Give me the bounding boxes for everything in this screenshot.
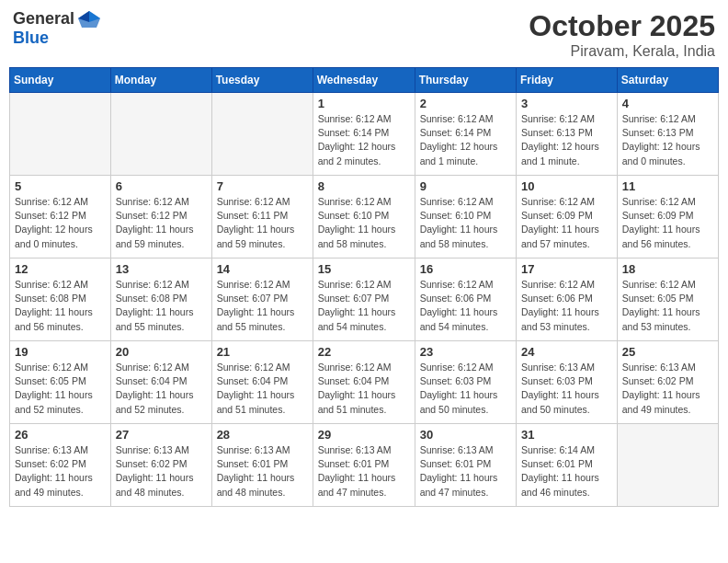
calendar-table: SundayMondayTuesdayWednesdayThursdayFrid… [9, 67, 719, 507]
calendar-cell: 9Sunrise: 6:12 AMSunset: 6:10 PMDaylight… [415, 176, 516, 259]
calendar-week-row: 19Sunrise: 6:12 AMSunset: 6:05 PMDayligh… [10, 341, 719, 424]
day-number: 22 [318, 345, 410, 359]
location-title: Piravam, Kerala, India [529, 43, 715, 60]
calendar-cell: 6Sunrise: 6:12 AMSunset: 6:12 PMDaylight… [110, 176, 211, 259]
calendar-cell [10, 93, 111, 176]
calendar-cell [617, 424, 718, 507]
day-info: Sunrise: 6:12 AMSunset: 6:13 PMDaylight:… [521, 112, 612, 168]
calendar-week-row: 1Sunrise: 6:12 AMSunset: 6:14 PMDaylight… [10, 93, 719, 176]
day-info: Sunrise: 6:12 AMSunset: 6:12 PMDaylight:… [15, 195, 106, 251]
calendar-cell: 20Sunrise: 6:12 AMSunset: 6:04 PMDayligh… [110, 341, 211, 424]
day-number: 30 [420, 428, 511, 442]
day-info: Sunrise: 6:12 AMSunset: 6:06 PMDaylight:… [521, 278, 612, 334]
day-number: 12 [15, 262, 106, 276]
calendar-cell: 11Sunrise: 6:12 AMSunset: 6:09 PMDayligh… [617, 176, 718, 259]
day-info: Sunrise: 6:12 AMSunset: 6:08 PMDaylight:… [15, 278, 106, 334]
day-info: Sunrise: 6:12 AMSunset: 6:13 PMDaylight:… [622, 112, 713, 168]
day-number: 7 [217, 179, 308, 193]
day-number: 17 [521, 262, 612, 276]
day-info: Sunrise: 6:12 AMSunset: 6:03 PMDaylight:… [420, 361, 511, 417]
calendar-cell: 30Sunrise: 6:13 AMSunset: 6:01 PMDayligh… [415, 424, 516, 507]
calendar-cell: 19Sunrise: 6:12 AMSunset: 6:05 PMDayligh… [10, 341, 111, 424]
calendar-cell: 18Sunrise: 6:12 AMSunset: 6:05 PMDayligh… [617, 259, 718, 341]
day-number: 24 [521, 345, 612, 359]
calendar-cell: 25Sunrise: 6:13 AMSunset: 6:02 PMDayligh… [617, 341, 718, 424]
day-info: Sunrise: 6:13 AMSunset: 6:01 PMDaylight:… [420, 443, 511, 500]
day-info: Sunrise: 6:12 AMSunset: 6:07 PMDaylight:… [217, 278, 308, 334]
day-info: Sunrise: 6:12 AMSunset: 6:10 PMDaylight:… [318, 195, 410, 251]
day-number: 16 [420, 262, 511, 276]
calendar-cell: 12Sunrise: 6:12 AMSunset: 6:08 PMDayligh… [10, 259, 111, 341]
calendar-week-row: 26Sunrise: 6:13 AMSunset: 6:02 PMDayligh… [10, 424, 719, 507]
day-info: Sunrise: 6:12 AMSunset: 6:10 PMDaylight:… [420, 195, 511, 251]
calendar-cell: 16Sunrise: 6:12 AMSunset: 6:06 PMDayligh… [415, 259, 516, 341]
calendar-cell: 17Sunrise: 6:12 AMSunset: 6:06 PMDayligh… [517, 259, 618, 341]
calendar-cell: 2Sunrise: 6:12 AMSunset: 6:14 PMDaylight… [415, 93, 516, 176]
day-info: Sunrise: 6:12 AMSunset: 6:04 PMDaylight:… [116, 361, 207, 417]
day-number: 19 [15, 345, 106, 359]
day-info: Sunrise: 6:13 AMSunset: 6:01 PMDaylight:… [217, 443, 308, 500]
logo-blue: Blue [13, 29, 102, 48]
day-number: 18 [622, 262, 713, 276]
weekday-header-wednesday: Wednesday [313, 68, 415, 93]
weekday-header-tuesday: Tuesday [211, 68, 313, 93]
day-info: Sunrise: 6:12 AMSunset: 6:06 PMDaylight:… [420, 278, 511, 334]
day-number: 11 [622, 179, 713, 193]
weekday-header-sunday: Sunday [10, 68, 111, 93]
day-number: 20 [116, 345, 207, 359]
day-info: Sunrise: 6:12 AMSunset: 6:11 PMDaylight:… [217, 195, 308, 251]
day-number: 2 [420, 97, 511, 110]
day-info: Sunrise: 6:12 AMSunset: 6:05 PMDaylight:… [15, 361, 106, 417]
weekday-header-saturday: Saturday [617, 68, 718, 93]
calendar-cell: 28Sunrise: 6:13 AMSunset: 6:01 PMDayligh… [211, 424, 313, 507]
calendar-cell: 15Sunrise: 6:12 AMSunset: 6:07 PMDayligh… [313, 259, 415, 341]
day-number: 4 [622, 97, 713, 110]
day-info: Sunrise: 6:12 AMSunset: 6:14 PMDaylight:… [318, 112, 410, 168]
calendar-cell: 4Sunrise: 6:12 AMSunset: 6:13 PMDaylight… [617, 93, 718, 176]
day-info: Sunrise: 6:12 AMSunset: 6:12 PMDaylight:… [116, 195, 207, 251]
day-info: Sunrise: 6:12 AMSunset: 6:04 PMDaylight:… [318, 361, 410, 417]
calendar-cell: 3Sunrise: 6:12 AMSunset: 6:13 PMDaylight… [517, 93, 618, 176]
day-info: Sunrise: 6:13 AMSunset: 6:02 PMDaylight:… [622, 361, 713, 417]
day-info: Sunrise: 6:13 AMSunset: 6:03 PMDaylight:… [521, 361, 612, 417]
calendar-cell [211, 93, 313, 176]
title-block: October 2025 Piravam, Kerala, India [529, 9, 715, 60]
calendar-cell: 23Sunrise: 6:12 AMSunset: 6:03 PMDayligh… [415, 341, 516, 424]
day-number: 8 [318, 179, 410, 193]
day-number: 21 [217, 345, 308, 359]
calendar-cell: 7Sunrise: 6:12 AMSunset: 6:11 PMDaylight… [211, 176, 313, 259]
calendar-cell: 31Sunrise: 6:14 AMSunset: 6:01 PMDayligh… [517, 424, 618, 507]
day-info: Sunrise: 6:12 AMSunset: 6:05 PMDaylight:… [622, 278, 713, 334]
calendar-cell: 22Sunrise: 6:12 AMSunset: 6:04 PMDayligh… [313, 341, 415, 424]
weekday-header-row: SundayMondayTuesdayWednesdayThursdayFrid… [10, 68, 719, 93]
calendar-cell: 5Sunrise: 6:12 AMSunset: 6:12 PMDaylight… [10, 176, 111, 259]
day-info: Sunrise: 6:12 AMSunset: 6:04 PMDaylight:… [217, 361, 308, 417]
calendar-cell: 24Sunrise: 6:13 AMSunset: 6:03 PMDayligh… [517, 341, 618, 424]
page-header: General Blue October 2025 Piravam, Keral… [9, 9, 719, 60]
weekday-header-thursday: Thursday [415, 68, 516, 93]
day-number: 5 [15, 179, 106, 193]
day-number: 9 [420, 179, 511, 193]
calendar-cell: 10Sunrise: 6:12 AMSunset: 6:09 PMDayligh… [517, 176, 618, 259]
day-number: 1 [318, 97, 410, 110]
day-info: Sunrise: 6:12 AMSunset: 6:09 PMDaylight:… [521, 195, 612, 251]
day-number: 13 [116, 262, 207, 276]
day-number: 31 [521, 428, 612, 442]
day-number: 6 [116, 179, 207, 193]
day-info: Sunrise: 6:13 AMSunset: 6:02 PMDaylight:… [116, 443, 207, 500]
logo: General Blue [13, 9, 102, 48]
day-info: Sunrise: 6:12 AMSunset: 6:07 PMDaylight:… [318, 278, 410, 334]
calendar-cell: 26Sunrise: 6:13 AMSunset: 6:02 PMDayligh… [10, 424, 111, 507]
day-number: 3 [521, 97, 612, 110]
day-info: Sunrise: 6:13 AMSunset: 6:01 PMDaylight:… [318, 443, 410, 500]
day-info: Sunrise: 6:14 AMSunset: 6:01 PMDaylight:… [521, 443, 612, 500]
calendar-week-row: 5Sunrise: 6:12 AMSunset: 6:12 PMDaylight… [10, 176, 719, 259]
day-number: 26 [15, 428, 106, 442]
weekday-header-monday: Monday [110, 68, 211, 93]
day-info: Sunrise: 6:12 AMSunset: 6:08 PMDaylight:… [116, 278, 207, 334]
day-number: 14 [217, 262, 308, 276]
day-number: 29 [318, 428, 410, 442]
day-number: 15 [318, 262, 410, 276]
day-number: 28 [217, 428, 308, 442]
day-number: 27 [116, 428, 207, 442]
